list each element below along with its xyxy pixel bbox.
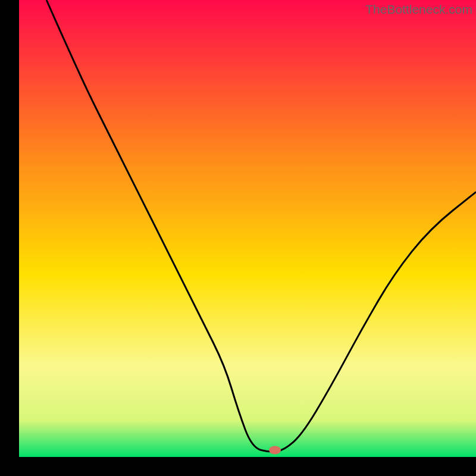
chart-background [19,0,476,457]
watermark-text: TheBottleneck.com [365,2,472,17]
minimum-marker [269,446,281,454]
chart-svg [19,0,476,457]
chart-plot-area [19,0,476,457]
